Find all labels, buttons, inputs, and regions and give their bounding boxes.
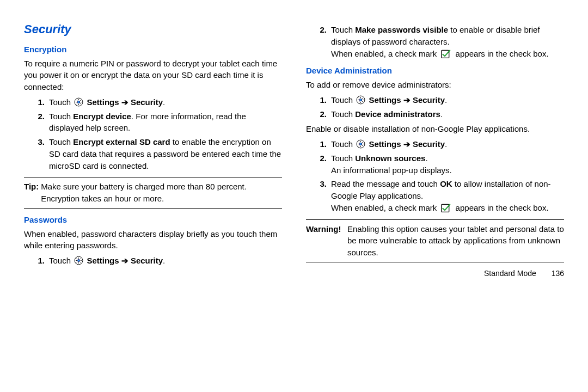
checkmark-icon (440, 49, 451, 59)
warning-label: Warning! (306, 223, 347, 259)
warning-box: Warning! Enabling this option causes you… (306, 219, 564, 262)
tip-text: Make sure your battery is charged more t… (41, 181, 282, 205)
step-number: 2. (306, 108, 331, 120)
passwords-steps-cont: 2. Touch Make passwords visible to enabl… (306, 24, 564, 59)
device-admin-heading: Device Administration (306, 65, 564, 77)
devadmin-intro: To add or remove device administrators: (306, 79, 564, 91)
step-body: Touch Unknown sources. An informational … (331, 152, 564, 176)
step-body: Touch Make passwords visible to enable o… (331, 24, 564, 59)
settings-gear-icon (74, 97, 83, 107)
step-number: 2. (306, 24, 331, 59)
step-number: 1. (24, 96, 49, 108)
encryption-intro: To require a numeric PIN or password to … (24, 58, 282, 93)
step-number: 3. (24, 136, 49, 171)
tip-label: Tip: (24, 181, 41, 205)
settings-gear-icon (356, 95, 365, 105)
settings-gear-icon (74, 256, 83, 265)
encryption-steps: 1. Touch Settings ➔ Security. 2. Touch E… (24, 96, 282, 172)
step-body: Touch Device administrators. (331, 108, 564, 120)
step-number: 3. (306, 178, 331, 213)
section-title: Security (24, 21, 282, 38)
warning-text: Enabling this option causes your tablet … (347, 223, 564, 259)
passwords-heading: Passwords (24, 214, 282, 226)
step-body: Touch Settings ➔ Security. (49, 96, 282, 108)
left-column: Security Encryption To require a numeric… (24, 21, 282, 381)
checkmark-icon (440, 203, 451, 213)
step-body: Read the message and touch OK to allow i… (331, 178, 564, 213)
step-body: Touch Settings ➔ Security. (49, 255, 282, 267)
step-number: 1. (306, 94, 331, 106)
settings-gear-icon (356, 139, 365, 149)
step-number: 2. (306, 152, 331, 176)
devadmin-steps-b: 1. Touch Settings ➔ Security. 2. Touch U… (306, 138, 564, 214)
devadmin-steps-a: 1. Touch Settings ➔ Security. 2. Touch D… (306, 94, 564, 120)
passwords-steps: 1. Touch Settings ➔ Security. (24, 255, 282, 267)
step-body: Touch Encrypt device. For more informati… (49, 111, 282, 134)
tip-box: Tip: Make sure your battery is charged m… (24, 177, 282, 209)
passwords-intro: When enabled, password characters displa… (24, 228, 282, 252)
devadmin-intro2: Enable or disable installation of non-Go… (306, 123, 564, 135)
step-body: Touch Encrypt external SD card to enable… (49, 136, 282, 171)
step-body: Touch Settings ➔ Security. (331, 138, 564, 150)
step-number: 1. (24, 255, 49, 267)
step-number: 2. (24, 111, 49, 134)
step-body: Touch Settings ➔ Security. (331, 94, 564, 106)
page-number: 136 (552, 269, 564, 278)
page-footer: Standard Mode 136 (306, 268, 564, 279)
step-number: 1. (306, 138, 331, 150)
encryption-heading: Encryption (24, 44, 282, 56)
footer-mode: Standard Mode (484, 269, 536, 278)
right-column: 2. Touch Make passwords visible to enabl… (306, 21, 564, 381)
